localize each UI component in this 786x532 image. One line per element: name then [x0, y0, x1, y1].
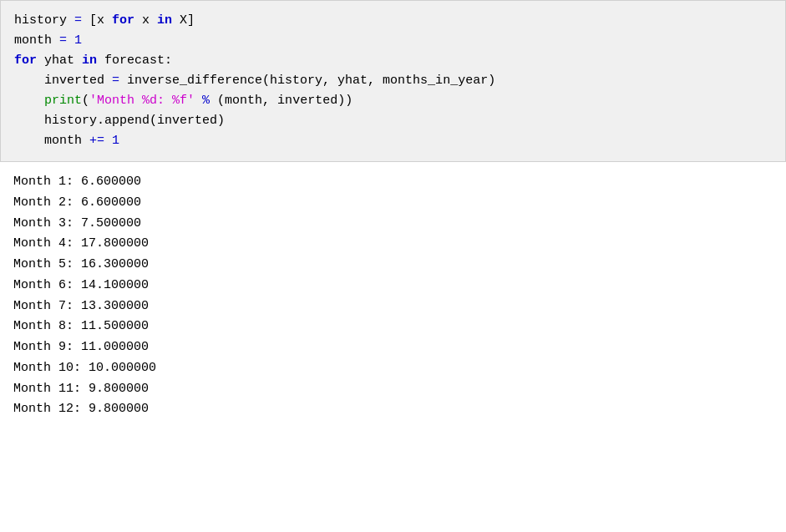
- code-block: history = [x for x in X] month = 1 for y…: [0, 0, 786, 162]
- code-line-7: month += 1: [14, 131, 772, 151]
- output-line: Month 1: 6.600000: [13, 172, 773, 193]
- code-line-6: history.append(inverted): [14, 111, 772, 131]
- output-line: Month 5: 16.300000: [13, 255, 773, 276]
- output-line: Month 3: 7.500000: [13, 214, 773, 235]
- output-line: Month 9: 11.000000: [13, 337, 773, 358]
- output-line: Month 7: 13.300000: [13, 296, 773, 317]
- output-block: Month 1: 6.600000 Month 2: 6.600000 Mont…: [0, 162, 786, 430]
- code-line-4: inverted = inverse_difference(history, y…: [14, 71, 772, 91]
- output-line: Month 8: 11.500000: [13, 317, 773, 337]
- var-history: history: [14, 13, 67, 28]
- output-line: Month 11: 9.800000: [13, 379, 773, 400]
- output-line: Month 2: 6.600000: [13, 193, 773, 214]
- code-line-5: print('Month %d: %f' % (month, inverted)…: [14, 91, 772, 111]
- output-line: Month 10: 10.000000: [13, 358, 773, 379]
- output-line: Month 4: 17.800000: [13, 234, 773, 255]
- code-line-2: month = 1: [14, 31, 772, 51]
- output-line: Month 12: 9.800000: [13, 399, 773, 420]
- code-line-1: history = [x for x in X]: [14, 11, 772, 31]
- output-line: Month 6: 14.100000: [13, 276, 773, 296]
- code-line-3: for yhat in forecast:: [14, 51, 772, 71]
